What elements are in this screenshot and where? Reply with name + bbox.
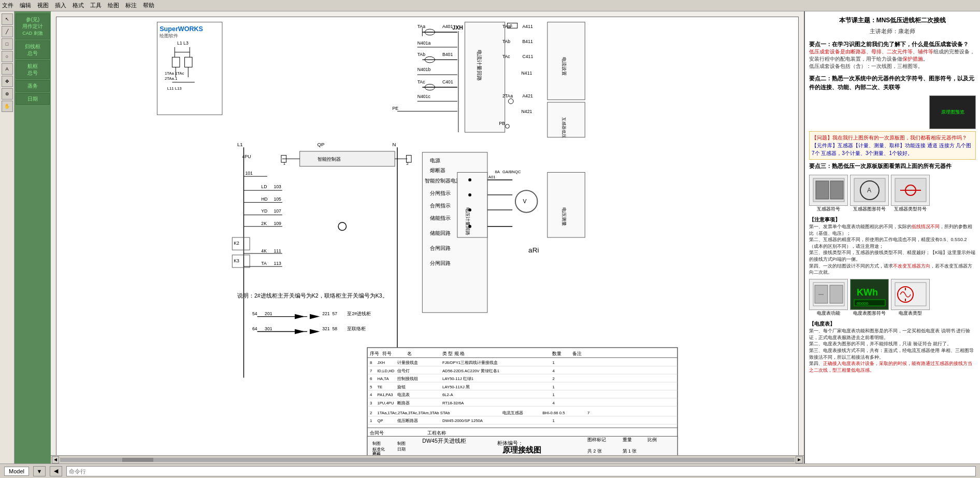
menu-draw[interactable]: 绘图 [108,2,119,9]
svg-point-149 [468,225,471,228]
svg-text:制图: 制图 [372,441,381,446]
svg-text:5: 5 [370,385,372,389]
tool-rect[interactable]: □ [2,38,13,50]
img-edl2: KWh 00000 电度表图形符号 [850,279,889,317]
img-meter2: A 互感器图形符号 [850,175,889,213]
tool-text[interactable]: A [2,63,13,75]
svg-text:3: 3 [370,401,372,405]
svg-text:L1  L3: L1 L3 [177,40,189,46]
svg-text:109: 109 [273,221,281,226]
nav-cad[interactable]: 参(见)用作定计CAD 刺激 [16,13,50,39]
svg-text:aRi: aRi [528,246,539,254]
scroll-left[interactable]: ◀ [52,456,59,463]
svg-text:4: 4 [370,392,372,397]
svg-text:日期: 日期 [397,447,406,452]
svg-text:C411: C411 [523,54,534,59]
tool-circle[interactable]: ○ [2,51,13,62]
svg-marker-120 [310,329,320,334]
svg-text:N401a: N401a [417,40,431,46]
nav-frame-num[interactable]: 归线框总号 [16,40,50,59]
menu-view[interactable]: 视图 [37,2,49,9]
nav-date[interactable]: 日期 [16,93,50,105]
schematic-paper[interactable]: SuperWORKS 绘图软件 L1 L3 1TAa 1TAc 2TAa.1 [51,11,804,463]
svg-text:2TAa.1: 2TAa.1 [165,76,177,81]
svg-text:β: β [510,23,512,28]
svg-text:JXH: JXH [377,360,385,365]
img5-label: 电度表图形符号 [853,310,886,317]
svg-text:2: 2 [370,411,372,415]
tool-cursor[interactable]: ↖ [2,13,13,25]
svg-text:113: 113 [273,261,281,266]
svg-text:至联络柜: 至联络柜 [347,326,366,331]
svg-text:备注: 备注 [572,351,582,356]
tool-line[interactable]: ╱ [2,26,13,37]
svg-text:7: 7 [587,411,589,415]
menu-edit[interactable]: 编辑 [20,2,31,9]
svg-point-146 [468,178,471,181]
tab-model[interactable]: Model [4,467,29,476]
elec-note-title: 【注意事项】 [809,216,976,223]
svg-text:熔断器: 熔断器 [430,167,445,173]
svg-text:HA,TA: HA,TA [377,376,389,381]
svg-text:A401: A401 [442,24,453,29]
svg-text:GA/BNQC: GA/BNQC [502,170,521,174]
svg-text:A411: A411 [523,24,533,29]
svg-text:DW45开关进线柜: DW45开关进线柜 [422,438,466,444]
svg-text:A: A [867,187,871,194]
svg-marker-119 [295,329,305,334]
menu-insert[interactable]: 插入 [55,2,66,9]
img-meter3: 互感器类型符号 [891,175,930,213]
svg-text:低压断路器: 低压断路器 [397,418,418,423]
img3-label: 互感器类型符号 [894,206,927,213]
svg-rect-8 [185,57,192,67]
main-area: ↖ ╱ □ ○ A ✥ ⊕ ✋ 参(见)用作定计CAD 刺激 归线框总号 航框总… [0,11,980,463]
svg-text:1PU,4PU: 1PU,4PU [377,401,394,405]
svg-text:说明：2#进线柜主开关编号为K2，联络柜主开关编号为K3。: 说明：2#进线柜主开关编号为K2，联络柜主开关编号为K3。 [237,292,388,299]
svg-text:合同号: 合同号 [370,430,384,435]
svg-text:64: 64 [252,326,257,331]
svg-text:图样标记: 图样标记 [587,437,606,442]
scroll-track-h[interactable] [60,458,795,462]
scroll-left-btn[interactable]: ◀ [50,466,62,476]
nav-service[interactable]: 蒸务 [16,80,50,92]
menu-tools[interactable]: 工具 [90,2,102,9]
svg-text:221: 221 [322,311,330,316]
img-edl1: 电度表功能 [809,279,848,317]
svg-text:TA: TA [261,261,267,266]
menu-format[interactable]: 格式 [73,2,84,9]
svg-text:合闸回路: 合闸回路 [430,245,451,251]
svg-rect-240 [830,285,843,303]
svg-text:旋钮: 旋钮 [397,385,406,389]
svg-text:8: 8 [370,360,372,365]
menu-file[interactable]: 文件 [2,2,13,9]
menu-dim[interactable]: 标注 [125,2,137,9]
nav-cabinet-num[interactable]: 航框总号 [16,60,50,79]
svg-text:N411: N411 [522,71,532,76]
scroll-right[interactable]: ▶ [796,456,803,463]
img1-label: 互感器符号 [817,206,840,213]
svg-text:BHI-0.66 0.5: BHI-0.66 0.5 [542,411,565,415]
tool-move[interactable]: ✥ [2,76,13,87]
svg-text:断路器: 断路器 [397,401,410,405]
svg-text:6: 6 [370,376,372,381]
svg-text:共 2 张: 共 2 张 [587,448,602,454]
svg-text:智能控制器电源: 智能控制器电源 [425,178,461,184]
tool-pan[interactable]: ✋ [2,101,13,112]
kp1-title: 要点一：在学习识图之前我们先了解下，什么是低压成套设备？ [809,40,976,49]
svg-text:TAa: TAa [502,24,510,29]
tab-dropdown-btn[interactable]: ▼ [33,466,46,476]
menu-help[interactable]: 帮助 [143,2,154,9]
svg-text:AD56-22DS AC220V 黄绿红各1: AD56-22DS AC220V 黄绿红各1 [442,369,499,373]
svg-text:重量: 重量 [623,437,632,442]
schematic-preview: 原理图预览 [809,95,976,129]
svg-text:PE: PE [392,106,398,111]
kp3-title: 要点三：熟悉低压一次原板版图看第四上面的所有元器件 [809,162,976,171]
svg-point-56 [506,124,510,129]
command-input[interactable] [66,466,976,476]
svg-text:K2: K2 [234,241,239,246]
svg-text:TAa: TAa [417,24,425,29]
bottom-bar: Model ▼ ◀ [0,463,980,478]
svg-text:4: 4 [552,401,555,405]
tool-zoom[interactable]: ⊕ [2,88,13,100]
svg-text:合闸指示: 合闸指示 [430,203,451,208]
